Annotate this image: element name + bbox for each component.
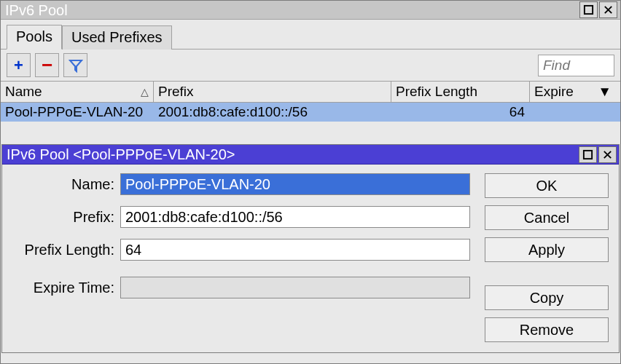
filter-button[interactable] <box>63 53 87 77</box>
plus-icon: + <box>14 56 23 75</box>
maximize-icon <box>583 4 594 15</box>
tab-used-prefixes[interactable]: Used Prefixes <box>62 25 172 50</box>
remove-button[interactable]: Remove <box>485 317 609 342</box>
funnel-icon <box>69 58 83 73</box>
table-header: Name △ Prefix Prefix Length Expire ▼ <box>1 81 620 103</box>
dialog-maximize-button[interactable] <box>579 146 597 163</box>
add-button[interactable]: + <box>7 53 31 77</box>
maximize-button[interactable] <box>579 1 598 18</box>
dialog-close-button[interactable] <box>598 146 617 163</box>
col-expire[interactable]: Expire ▼ <box>530 82 616 102</box>
prefix-field[interactable] <box>120 206 470 228</box>
svg-rect-0 <box>585 6 593 14</box>
close-button[interactable] <box>599 1 617 18</box>
sort-indicator-icon: △ <box>141 86 149 98</box>
name-field[interactable] <box>120 173 470 195</box>
tabs: Pools Used Prefixes <box>1 20 620 50</box>
col-name[interactable]: Name △ <box>1 82 154 102</box>
copy-button[interactable]: Copy <box>485 285 609 310</box>
expire-time-label: Expire Time: <box>12 280 114 296</box>
table-row[interactable]: Pool-PPPoE-VLAN-20 2001:db8:cafe:d100::/… <box>1 103 620 122</box>
close-icon <box>603 4 614 15</box>
dialog-title: IPv6 Pool <Pool-PPPoE-VLAN-20> <box>7 146 577 163</box>
dialog-body: Name: Prefix: Prefix Length: Expire Time… <box>2 165 619 352</box>
svg-rect-1 <box>584 150 592 158</box>
remove-button[interactable]: − <box>35 53 59 77</box>
prefix-length-field[interactable] <box>120 239 470 261</box>
dialog-buttons: OK Cancel Apply Copy Remove <box>485 173 609 342</box>
chevron-down-icon: ▼ <box>598 84 612 100</box>
col-prefix[interactable]: Prefix <box>154 82 391 102</box>
prefix-label: Prefix: <box>12 209 114 226</box>
pool-edit-dialog: IPv6 Pool <Pool-PPPoE-VLAN-20> Name: P <box>1 144 620 353</box>
close-icon <box>602 149 613 160</box>
find-field[interactable] <box>538 55 614 76</box>
cell-expire <box>530 103 616 122</box>
tab-pools[interactable]: Pools <box>7 25 62 50</box>
dialog-titlebar: IPv6 Pool <Pool-PPPoE-VLAN-20> <box>2 145 619 165</box>
expire-time-field[interactable] <box>120 277 470 298</box>
apply-button[interactable]: Apply <box>485 237 609 262</box>
minus-icon: − <box>42 60 52 71</box>
ipv6-pool-window: IPv6 Pool Pools Used Prefixes + − <box>0 0 621 364</box>
find-input[interactable] <box>539 55 614 76</box>
cell-prefix-length: 64 <box>391 103 530 122</box>
window-title: IPv6 Pool <box>5 1 578 19</box>
cell-name: Pool-PPPoE-VLAN-20 <box>1 103 154 122</box>
dialog-form: Name: Prefix: Prefix Length: Expire Time… <box>12 173 470 342</box>
ok-button[interactable]: OK <box>485 173 609 198</box>
prefix-length-label: Prefix Length: <box>12 242 114 258</box>
maximize-icon <box>582 149 593 160</box>
col-prefix-length[interactable]: Prefix Length <box>391 82 530 102</box>
cancel-button[interactable]: Cancel <box>485 205 609 230</box>
cell-prefix: 2001:db8:cafe:d100::/56 <box>154 103 391 122</box>
pool-table: Name △ Prefix Prefix Length Expire ▼ Poo… <box>1 81 620 122</box>
window-titlebar: IPv6 Pool <box>1 1 620 20</box>
table-body: Pool-PPPoE-VLAN-20 2001:db8:cafe:d100::/… <box>1 103 620 122</box>
toolbar: + − <box>1 50 620 81</box>
name-label: Name: <box>12 176 114 193</box>
